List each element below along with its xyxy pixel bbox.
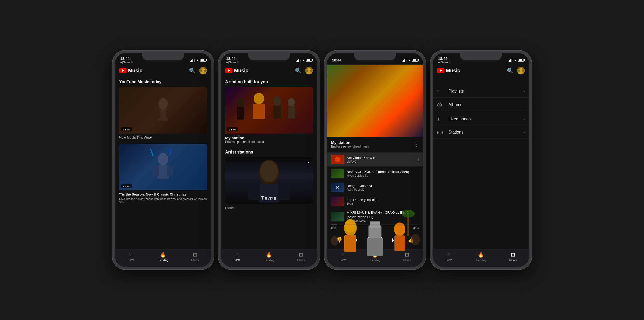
stations-icon: ((·)) bbox=[437, 130, 445, 134]
svg-rect-8 bbox=[153, 166, 159, 176]
search-icon-2[interactable]: 🔍 bbox=[295, 67, 301, 74]
station-name-3: My station bbox=[331, 140, 370, 145]
svg-point-1 bbox=[200, 71, 206, 74]
search-icon-1[interactable]: 🔍 bbox=[189, 67, 196, 74]
app-title-2: Music bbox=[234, 68, 248, 74]
yt-icon-2 bbox=[225, 68, 232, 73]
library-item-liked[interactable]: ♪ Liked songs › bbox=[433, 112, 529, 126]
trending-icon-4: 🔥 bbox=[478, 252, 484, 258]
bottom-nav-1: ⌂ Home 🔥 Trending ⊞ Library bbox=[115, 249, 211, 267]
nav-trending-4[interactable]: 🔥 Trending bbox=[465, 252, 497, 262]
wifi-icon-3: ▲ bbox=[408, 58, 411, 62]
bottom-nav-2: ⌂ Home 🔥 Trending ⊞ Library bbox=[221, 249, 317, 267]
nav-library-1[interactable]: ⊞ Library bbox=[179, 252, 211, 262]
back-btn-4[interactable]: ◀ Search bbox=[438, 61, 451, 64]
stations-label: Stations bbox=[445, 130, 524, 135]
nav-home-1[interactable]: ⌂ Home bbox=[115, 252, 147, 262]
section-heading-2: A station built for you bbox=[221, 80, 317, 87]
header-icons-4: 🔍 bbox=[507, 67, 525, 74]
svg-point-20 bbox=[288, 98, 295, 107]
playlists-icon: ≡ bbox=[437, 88, 445, 94]
notch-3 bbox=[354, 53, 396, 60]
phone-2: 18:44 ◀ Search ▲ Music 🔍 bbox=[218, 51, 320, 269]
notch-2 bbox=[248, 53, 290, 60]
phones-container: 18:44 ◀ Search ▲ Music 🔍 bbox=[107, 45, 537, 275]
app-header-2: Music 🔍 bbox=[221, 65, 317, 76]
svg-rect-32 bbox=[367, 238, 383, 256]
video-label-1: New Music This Week bbox=[119, 134, 207, 140]
status-right-4: ▲ bbox=[508, 58, 524, 62]
signal-icon-1 bbox=[190, 59, 194, 62]
notch-4 bbox=[460, 53, 502, 60]
artist-station-card-2[interactable]: Tame ⋯ bbox=[225, 157, 313, 204]
svg-rect-19 bbox=[273, 106, 281, 119]
song-artist-1: Nives Celsius TV bbox=[347, 174, 419, 177]
albums-icon: ◎ bbox=[437, 101, 445, 108]
time-3: 18:44 bbox=[332, 58, 341, 62]
info-btn-0[interactable]: ℹ bbox=[417, 157, 419, 162]
svg-point-0 bbox=[202, 68, 205, 71]
avatar-2[interactable] bbox=[305, 67, 313, 74]
card2-title: 'Tis the Season: New & Classic Christmas bbox=[119, 192, 207, 196]
nav-trending-1[interactable]: 🔥 Trending bbox=[147, 252, 179, 262]
now-playing-hero bbox=[327, 65, 423, 137]
song-item-2[interactable]: DJ Beograd Jos Zivi Relja Popović bbox=[327, 180, 423, 194]
avatar-4[interactable] bbox=[517, 67, 525, 74]
time-2: 18:44 bbox=[226, 57, 239, 61]
library-item-playlists[interactable]: ≡ Playlists › bbox=[433, 85, 529, 98]
content-4: ≡ Playlists › ◎ Albums › ♪ Liked songs ›… bbox=[433, 76, 529, 249]
video-card-2[interactable]: vevo 'Tis the Season: New & Classic Chri… bbox=[119, 144, 207, 204]
battery-icon-2 bbox=[306, 59, 312, 62]
nav-library-4[interactable]: ⊞ Library bbox=[497, 252, 529, 262]
svg-point-36 bbox=[411, 234, 420, 245]
signal-icon-3 bbox=[402, 59, 406, 62]
svg-rect-9 bbox=[167, 166, 173, 176]
library-item-albums[interactable]: ◎ Albums › bbox=[433, 98, 529, 112]
content-1: YouTube Music today vevo bbox=[115, 76, 211, 249]
nav-library-2[interactable]: ⊞ Library bbox=[285, 252, 317, 262]
playlists-label: Playlists bbox=[445, 89, 524, 94]
svg-rect-7 bbox=[157, 165, 169, 179]
library-icon-2: ⊞ bbox=[299, 252, 303, 258]
trending-icon-2: 🔥 bbox=[266, 252, 272, 258]
svg-rect-26 bbox=[278, 186, 290, 200]
card2-desc: Dive into the holiday cheer with these n… bbox=[119, 197, 207, 204]
station-info-2: My station Endless personalized music bbox=[225, 134, 313, 146]
more-options-3[interactable]: ⋮ bbox=[414, 141, 419, 148]
app-header-4: Music 🔍 bbox=[433, 65, 529, 76]
svg-rect-5 bbox=[166, 110, 171, 118]
three-dot-2[interactable]: ⋯ bbox=[306, 159, 311, 165]
home-icon-2: ⌂ bbox=[236, 252, 239, 258]
nav-trending-2[interactable]: 🔥 Trending bbox=[253, 252, 285, 262]
svg-point-13 bbox=[306, 71, 312, 74]
bottom-nav-4: ⌂ Home 🔥 Trending ⊞ Library bbox=[433, 249, 529, 267]
signal-icon-2 bbox=[296, 59, 300, 62]
song-info-0: Sexy and I Know It LMFAO bbox=[347, 156, 415, 163]
search-icon-4[interactable]: 🔍 bbox=[507, 67, 513, 74]
vevo-badge-1: vevo bbox=[121, 127, 132, 131]
library-item-stations[interactable]: ((·)) Stations › bbox=[433, 126, 529, 138]
status-right-3: ▲ bbox=[402, 58, 418, 62]
nav-home-2[interactable]: ⌂ Home bbox=[221, 252, 253, 262]
stations-chevron: › bbox=[524, 130, 525, 135]
svg-rect-28 bbox=[344, 235, 356, 252]
song-thumb-0 bbox=[331, 155, 344, 164]
vevo-badge-2: vevo bbox=[121, 184, 132, 188]
library-icon-1: ⊞ bbox=[193, 252, 197, 258]
song-thumb-1 bbox=[331, 169, 344, 178]
progress-bar-3[interactable] bbox=[331, 225, 419, 225]
video-card-1[interactable]: vevo New Music This Week bbox=[119, 87, 207, 140]
back-btn-1[interactable]: ◀ Search bbox=[120, 61, 133, 64]
avatar-1[interactable] bbox=[199, 67, 207, 74]
station-desc-3: Endless personalized music bbox=[331, 145, 370, 148]
nav-home-4[interactable]: ⌂ Home bbox=[433, 252, 465, 262]
back-btn-2[interactable]: ◀ Search bbox=[226, 61, 239, 64]
my-station-title-2: My station bbox=[225, 136, 313, 140]
my-station-card-2[interactable]: vevo My station Endless personalized mus… bbox=[225, 87, 313, 146]
song-item-0[interactable]: Sexy and I Know It LMFAO ℹ bbox=[327, 152, 423, 166]
nav-library-label-2: Library bbox=[297, 259, 305, 262]
svg-rect-4 bbox=[155, 110, 160, 118]
signal-icon-4 bbox=[508, 59, 512, 62]
status-right-2: ▲ bbox=[296, 58, 312, 62]
song-item-1[interactable]: NIVES CELZIJUS - Ramos (official video) … bbox=[327, 166, 423, 180]
